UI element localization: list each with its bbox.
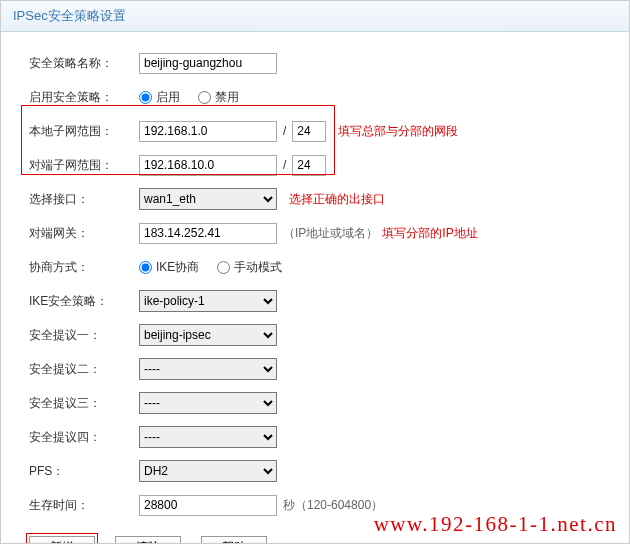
label-local-subnet: 本地子网范围： [29, 123, 139, 140]
page-title: IPSec安全策略设置 [13, 8, 126, 23]
label-proposal3: 安全提议三： [29, 395, 139, 412]
label-remote-gw: 对端网关： [29, 225, 139, 242]
title-bar: IPSec安全策略设置 [1, 1, 629, 32]
form-area: 安全策略名称： 启用安全策略： 启用 禁用 本地子网范围： / 填写总部与分部的… [1, 32, 629, 530]
local-subnet-ip-input[interactable] [139, 121, 277, 142]
hint-gw-red: 填写分部的IP地址 [382, 225, 477, 242]
row-proposal2: 安全提议二： ---- [29, 352, 609, 386]
hint-lifetime: 秒（120-604800） [283, 497, 383, 514]
hint-interface: 选择正确的出接口 [289, 191, 385, 208]
proposal1-select[interactable]: beijing-ipsec [139, 324, 277, 346]
row-remote-gw: 对端网关： （IP地址或域名） 填写分部的IP地址 [29, 216, 609, 250]
radio-manual[interactable] [217, 261, 230, 274]
label-proposal1: 安全提议一： [29, 327, 139, 344]
lifetime-input[interactable] [139, 495, 277, 516]
slash-local: / [283, 124, 286, 138]
label-pfs: PFS： [29, 463, 139, 480]
label-lifetime: 生存时间： [29, 497, 139, 514]
radio-disable[interactable] [198, 91, 211, 104]
help-button[interactable]: 帮助 [201, 536, 267, 544]
label-enable: 启用安全策略： [29, 89, 139, 106]
radio-disable-label[interactable]: 禁用 [198, 89, 239, 106]
hint-gw-gray: （IP地址或域名） [283, 225, 378, 242]
hint-subnet: 填写总部与分部的网段 [338, 123, 458, 140]
radio-ike[interactable] [139, 261, 152, 274]
label-proposal2: 安全提议二： [29, 361, 139, 378]
row-pfs: PFS： DH2 [29, 454, 609, 488]
proposal4-select[interactable]: ---- [139, 426, 277, 448]
remote-subnet-mask-input[interactable] [292, 155, 326, 176]
add-button[interactable]: 新增 [29, 536, 95, 544]
remote-gw-input[interactable] [139, 223, 277, 244]
local-subnet-mask-input[interactable] [292, 121, 326, 142]
row-remote-subnet: 对端子网范围： / [29, 148, 609, 182]
row-proposal4: 安全提议四： ---- [29, 420, 609, 454]
row-enable: 启用安全策略： 启用 禁用 [29, 80, 609, 114]
label-policy-name: 安全策略名称： [29, 55, 139, 72]
interface-select[interactable]: wan1_eth [139, 188, 277, 210]
enable-radio-group: 启用 禁用 [139, 89, 253, 106]
label-nego: 协商方式： [29, 259, 139, 276]
row-nego: 协商方式： IKE协商 手动模式 [29, 250, 609, 284]
row-policy-name: 安全策略名称： [29, 46, 609, 80]
clear-button[interactable]: 清除 [115, 536, 181, 544]
radio-ike-label[interactable]: IKE协商 [139, 259, 199, 276]
row-ike-policy: IKE安全策略： ike-policy-1 [29, 284, 609, 318]
proposal3-select[interactable]: ---- [139, 392, 277, 414]
nego-radio-group: IKE协商 手动模式 [139, 259, 296, 276]
row-proposal3: 安全提议三： ---- [29, 386, 609, 420]
policy-name-input[interactable] [139, 53, 277, 74]
row-proposal1: 安全提议一： beijing-ipsec [29, 318, 609, 352]
row-interface: 选择接口： wan1_eth 选择正确的出接口 [29, 182, 609, 216]
radio-enable-label[interactable]: 启用 [139, 89, 180, 106]
slash-remote: / [283, 158, 286, 172]
row-local-subnet: 本地子网范围： / 填写总部与分部的网段 [29, 114, 609, 148]
remote-subnet-ip-input[interactable] [139, 155, 277, 176]
proposal2-select[interactable]: ---- [139, 358, 277, 380]
watermark-text: www.192-168-1-1.net.cn [374, 512, 617, 537]
label-ike-policy: IKE安全策略： [29, 293, 139, 310]
radio-manual-label[interactable]: 手动模式 [217, 259, 282, 276]
label-proposal4: 安全提议四： [29, 429, 139, 446]
pfs-select[interactable]: DH2 [139, 460, 277, 482]
radio-enable[interactable] [139, 91, 152, 104]
label-remote-subnet: 对端子网范围： [29, 157, 139, 174]
button-row: 新增 清除 帮助 [1, 536, 629, 544]
ike-policy-select[interactable]: ike-policy-1 [139, 290, 277, 312]
label-interface: 选择接口： [29, 191, 139, 208]
